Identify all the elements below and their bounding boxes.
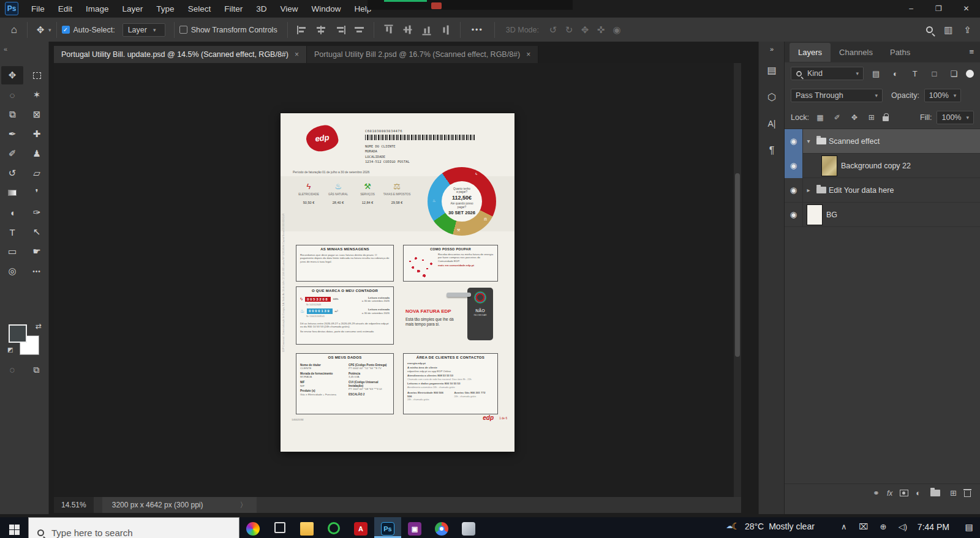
group-expand-chevron-icon[interactable]: ▾ (803, 138, 814, 144)
visibility-eye-icon[interactable]: ◉ (785, 178, 803, 203)
auto-select-target-dropdown[interactable]: Layer ▾ (123, 23, 165, 37)
fill-field[interactable]: 100% ▾ (937, 111, 974, 124)
distribute-vertical-icon[interactable] (441, 24, 450, 35)
distribute-horizontal-icon[interactable] (354, 26, 364, 34)
zoom-level-field[interactable]: 14.51% (54, 497, 94, 513)
paint3d-button[interactable] (455, 517, 482, 538)
menu-view[interactable]: View (273, 0, 304, 17)
video-app-button[interactable]: ▣ (401, 517, 428, 538)
taskbar-search-box[interactable]: Type here to search (28, 517, 239, 538)
paragraph-panel-icon[interactable]: ¶ (759, 137, 785, 164)
layer-thumbnail[interactable] (821, 155, 837, 176)
shape-tool[interactable]: ▭ (1, 242, 23, 261)
filter-pixel-layers-icon[interactable]: ▤ (869, 69, 883, 78)
start-button[interactable] (0, 517, 28, 538)
align-top-icon[interactable] (384, 24, 393, 35)
show-transform-checkbox[interactable] (179, 26, 187, 34)
scrollbar-thumb[interactable] (735, 173, 740, 357)
tool-preset-chevron-icon[interactable]: ▾ (48, 27, 51, 33)
menu-window[interactable]: Window (304, 0, 347, 17)
menu-layer[interactable]: Layer (116, 0, 150, 17)
layer-name[interactable]: Background copy 22 (841, 162, 911, 170)
lock-image-pixels-icon[interactable]: ✐ (831, 113, 843, 122)
layer-row-edit-your-data-here[interactable]: ◉ ▸ Edit Your data here (785, 178, 980, 203)
menu-type[interactable]: Type (149, 0, 181, 17)
photoshop-taskbar-button[interactable]: Ps (374, 517, 401, 538)
quick-mask-icon[interactable]: ◌ (9, 365, 14, 375)
layer-row-background-copy-22[interactable]: ◉ Background copy 22 (785, 154, 980, 178)
3d-slide-icon[interactable]: ✜ (593, 24, 609, 35)
close-button[interactable]: ✕ (952, 0, 980, 17)
task-view-button[interactable] (266, 517, 293, 538)
menu-file[interactable]: File (24, 0, 51, 17)
tray-volume-icon[interactable]: ◁) (894, 521, 911, 531)
workspace-panel-icon[interactable]: ▥ (944, 24, 952, 35)
recording-stop-button[interactable] (431, 2, 442, 9)
auto-select-checkbox[interactable]: ✓ (62, 26, 70, 34)
history-brush-tool[interactable]: ↺ (1, 164, 23, 182)
add-layer-mask-icon[interactable] (900, 490, 908, 496)
canvas-vertical-scrollbar[interactable] (734, 63, 741, 497)
visibility-eye-icon[interactable]: ◉ (785, 154, 803, 178)
libraries-panel-icon[interactable]: ▤ (759, 56, 785, 83)
lock-all-icon[interactable] (883, 116, 889, 121)
visibility-eye-icon[interactable]: ◉ (785, 203, 803, 227)
tray-expand-icon[interactable]: ∧ (835, 521, 853, 531)
layer-row-bg[interactable]: ◉ BG (785, 203, 980, 227)
lock-position-icon[interactable]: ✥ (848, 113, 861, 122)
filter-shape-layers-icon[interactable]: □ (927, 69, 942, 78)
tab-portugal-utility-bill-2[interactable]: Portugal Utility Bill 2.psd @ 16.7% (Sca… (307, 46, 538, 63)
clone-stamp-tool[interactable]: ♟ (26, 144, 48, 163)
tab-paths[interactable]: Paths (881, 43, 919, 62)
align-right-icon[interactable] (335, 26, 345, 34)
path-select-tool[interactable]: ↖ (26, 223, 48, 241)
restore-button[interactable]: ❐ (925, 0, 952, 17)
notification-center-icon[interactable]: ▤ (958, 521, 980, 532)
status-chevron-icon[interactable]: 〉 (239, 500, 247, 510)
screen-mode-icon[interactable]: ⧉ (34, 365, 40, 375)
properties-panel-icon[interactable]: ⬡ (759, 83, 785, 110)
layer-filter-kind-dropdown[interactable]: Kind ▾ (791, 67, 864, 80)
green-app-button[interactable] (320, 517, 347, 538)
tab-portugal-utility-bill-update[interactable]: Portugal Utility Bill. update.psd @ 14.5… (54, 46, 307, 63)
lock-transparent-pixels-icon[interactable]: ▦ (814, 113, 826, 122)
filter-toggle-pin[interactable] (966, 70, 974, 78)
cortana-button[interactable] (239, 517, 266, 538)
align-vertical-centers-icon[interactable] (403, 24, 412, 35)
group-expand-chevron-icon[interactable]: ▸ (803, 187, 814, 193)
eraser-tool[interactable]: ▱ (26, 164, 48, 182)
blur-tool[interactable]: ❜ (26, 184, 48, 202)
opacity-field[interactable]: 100% ▾ (924, 89, 962, 102)
home-icon[interactable]: ⌂ (6, 24, 22, 36)
canvas-area[interactable]: edp C601030003034476 NOME DO CLIENTE MOR… (54, 63, 741, 497)
swap-colors-icon[interactable]: ⇄ (36, 322, 42, 331)
dodge-tool[interactable]: ◖ (1, 203, 23, 222)
layer-name[interactable]: Edit Your data here (829, 186, 894, 195)
menu-edit[interactable]: Edit (51, 0, 79, 17)
align-horizontal-centers-icon[interactable] (316, 26, 326, 34)
gradient-tool[interactable] (1, 184, 23, 202)
lasso-tool[interactable]: ◌ (1, 86, 23, 104)
visibility-eye-icon[interactable]: ◉ (785, 129, 803, 154)
more-tools-button[interactable]: ••• (26, 262, 48, 280)
minimize-button[interactable]: – (897, 0, 925, 17)
3d-pan-icon[interactable]: ✥ (577, 24, 593, 35)
align-left-icon[interactable] (297, 26, 307, 34)
marquee-tool[interactable] (26, 66, 48, 84)
layer-name[interactable]: BG (826, 211, 837, 219)
healing-brush-tool[interactable]: ✚ (26, 125, 48, 143)
foreground-color-swatch[interactable] (9, 324, 27, 343)
acrobat-button[interactable]: A (347, 517, 374, 538)
move-tool-preset-icon[interactable]: ✥ (32, 24, 48, 35)
tray-network-icon[interactable]: ⊕ (875, 521, 892, 531)
layer-row-scanned-effect[interactable]: ◉ ▾ Scanned effect (785, 129, 980, 154)
menu-3d[interactable]: 3D (249, 0, 273, 17)
3d-dolly-icon[interactable]: ◉ (609, 24, 625, 35)
menu-image[interactable]: Image (79, 0, 116, 17)
magic-wand-tool[interactable]: ✶ (26, 86, 48, 104)
toolbar-collapse-icon[interactable]: « (4, 45, 7, 53)
blend-mode-dropdown[interactable]: Pass Through ▾ (791, 89, 883, 102)
filter-smart-objects-icon[interactable]: ❏ (946, 69, 961, 78)
tray-display-icon[interactable]: ⌧ (855, 521, 872, 531)
type-tool[interactable]: T (1, 223, 23, 241)
